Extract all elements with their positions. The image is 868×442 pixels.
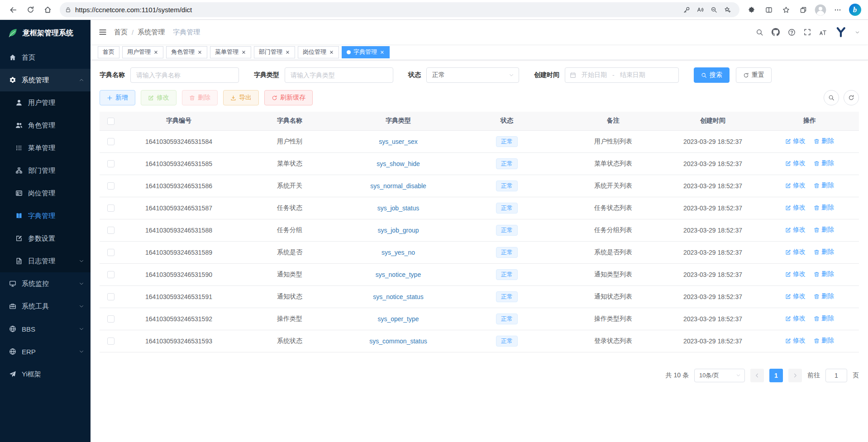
tab-post-management[interactable]: 岗位管理	[298, 46, 339, 58]
export-button[interactable]: 导出	[223, 90, 259, 105]
profile-avatar[interactable]	[812, 2, 829, 18]
row-checkbox[interactable]	[107, 337, 114, 345]
zoom-out-button[interactable]	[707, 4, 720, 16]
breadcrumb-system-management[interactable]: 系统管理	[138, 28, 165, 37]
user-dropdown-caret[interactable]	[855, 30, 860, 35]
row-edit-button[interactable]: 修改	[785, 204, 806, 212]
row-checkbox[interactable]	[107, 204, 114, 212]
sidebar-collapse-button[interactable]	[99, 28, 107, 36]
create-time-range-picker[interactable]: 开始日期 - 结束日期	[565, 67, 679, 83]
dict-type-link[interactable]: sys_notice_type	[376, 271, 421, 278]
sidebar-item-dict-management[interactable]: 字典管理	[0, 204, 91, 227]
dict-type-link[interactable]: sys_show_hide	[377, 160, 420, 167]
sidebar-item-system-monitor[interactable]: 系统监控	[0, 272, 91, 295]
row-edit-button[interactable]: 修改	[785, 314, 806, 323]
refresh-cache-button[interactable]: 刷新缓存	[264, 90, 313, 105]
dict-type-link[interactable]: sys_yes_no	[382, 249, 415, 256]
url-text[interactable]: https://ccnetcore.com:1101/system/dict	[75, 6, 680, 14]
sidebar-item-post-management[interactable]: 岗位管理	[0, 182, 91, 204]
row-checkbox[interactable]	[107, 182, 114, 190]
sidebar-item-system-management[interactable]: 系统管理	[0, 69, 91, 91]
yj-logo[interactable]	[835, 26, 847, 38]
close-icon[interactable]	[241, 50, 246, 55]
sidebar-item-menu-management[interactable]: 菜单管理	[0, 137, 91, 159]
row-delete-button[interactable]: 删除	[814, 270, 834, 278]
header-search-button[interactable]	[756, 29, 763, 36]
dict-type-link[interactable]: sys_notice_status	[373, 293, 423, 300]
row-checkbox[interactable]	[107, 227, 114, 234]
font-size-button[interactable]	[819, 29, 827, 36]
github-button[interactable]	[772, 28, 780, 36]
row-checkbox[interactable]	[107, 271, 114, 278]
close-icon[interactable]	[153, 50, 158, 55]
row-checkbox[interactable]	[107, 160, 114, 167]
reset-button[interactable]: 重置	[736, 67, 772, 83]
sidebar-item-role-management[interactable]: 角色管理	[0, 114, 91, 137]
dict-name-input[interactable]	[130, 67, 239, 83]
extensions-button[interactable]	[743, 2, 760, 18]
sidebar-item-yi-framework[interactable]: Yi框架	[0, 363, 91, 385]
browser-home-button[interactable]	[39, 2, 56, 18]
row-edit-button[interactable]: 修改	[785, 181, 806, 190]
sidebar-item-log-management[interactable]: 日志管理	[0, 250, 91, 272]
row-edit-button[interactable]: 修改	[785, 159, 806, 167]
status-select[interactable]: 正常	[426, 67, 519, 83]
dict-type-link[interactable]: sys_user_sex	[379, 138, 418, 145]
password-key-button[interactable]	[680, 4, 693, 16]
favorites-button[interactable]	[777, 2, 795, 18]
row-delete-button[interactable]: 删除	[814, 137, 834, 145]
search-button[interactable]: 搜索	[694, 67, 730, 83]
row-checkbox[interactable]	[107, 249, 114, 256]
row-checkbox[interactable]	[107, 315, 114, 323]
refresh-table-button[interactable]	[844, 90, 859, 105]
sidebar-item-system-tools[interactable]: 系统工具	[0, 295, 91, 318]
row-edit-button[interactable]: 修改	[785, 337, 806, 345]
row-delete-button[interactable]: 删除	[814, 226, 834, 234]
dict-type-link[interactable]: sys_common_status	[369, 337, 427, 345]
page-size-select[interactable]: 10条/页	[694, 369, 745, 382]
help-button[interactable]	[788, 29, 796, 36]
sidebar-item-home[interactable]: 首页	[0, 46, 91, 69]
row-edit-button[interactable]: 修改	[785, 270, 806, 278]
bing-chat-button[interactable]: b	[846, 2, 863, 18]
browser-refresh-button[interactable]	[22, 2, 39, 18]
row-edit-button[interactable]: 修改	[785, 248, 806, 256]
dict-type-link[interactable]: sys_normal_disable	[370, 182, 426, 190]
delete-button[interactable]: 删除	[182, 90, 218, 105]
close-icon[interactable]	[380, 50, 385, 55]
browser-address-bar[interactable]: https://ccnetcore.com:1101/system/dict	[60, 2, 739, 17]
sidebar-item-param-settings[interactable]: 参数设置	[0, 227, 91, 250]
row-delete-button[interactable]: 删除	[814, 248, 834, 256]
row-delete-button[interactable]: 删除	[814, 159, 834, 167]
tab-dict-management[interactable]: 字典管理	[342, 46, 390, 58]
sidebar-item-erp[interactable]: ERP	[0, 340, 91, 363]
edit-button[interactable]: 修改	[141, 90, 176, 105]
breadcrumb-home[interactable]: 首页	[114, 28, 128, 37]
row-edit-button[interactable]: 修改	[785, 226, 806, 234]
row-delete-button[interactable]: 删除	[814, 292, 834, 300]
split-screen-button[interactable]	[760, 2, 777, 18]
add-button[interactable]: 新增	[100, 90, 135, 105]
select-all-checkbox[interactable]	[107, 118, 114, 125]
close-icon[interactable]	[285, 50, 290, 55]
close-icon[interactable]	[329, 50, 334, 55]
tab-user-management[interactable]: 用户管理	[122, 46, 163, 58]
toggle-search-button[interactable]	[824, 90, 839, 105]
next-page-button[interactable]	[788, 369, 802, 382]
sidebar-item-user-management[interactable]: 用户管理	[0, 91, 91, 114]
row-edit-button[interactable]: 修改	[785, 137, 806, 145]
dict-type-link[interactable]: sys_job_status	[377, 204, 420, 212]
row-checkbox[interactable]	[107, 138, 114, 145]
read-aloud-button[interactable]	[693, 4, 707, 16]
sidebar-item-dept-management[interactable]: 部门管理	[0, 159, 91, 182]
row-edit-button[interactable]: 修改	[785, 292, 806, 300]
row-delete-button[interactable]: 删除	[814, 314, 834, 323]
tab-role-management[interactable]: 角色管理	[166, 46, 207, 58]
tab-menu-management[interactable]: 菜单管理	[210, 46, 251, 58]
browser-back-button[interactable]	[5, 2, 22, 18]
fullscreen-button[interactable]	[804, 29, 811, 36]
browser-menu-button[interactable]	[829, 2, 846, 18]
row-delete-button[interactable]: 删除	[814, 337, 834, 345]
tab-dept-management[interactable]: 部门管理	[254, 46, 295, 58]
row-delete-button[interactable]: 删除	[814, 204, 834, 212]
